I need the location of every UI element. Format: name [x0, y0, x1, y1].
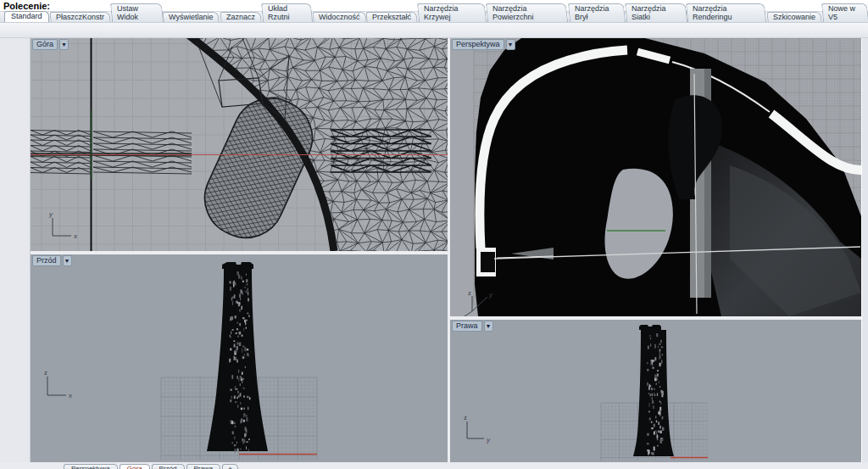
- svg-text:z: z: [464, 414, 467, 422]
- svg-text:y: y: [48, 210, 53, 218]
- svg-text:z: z: [44, 369, 47, 377]
- svg-text:x: x: [74, 232, 77, 240]
- svg-text:y: y: [486, 436, 491, 444]
- svg-text:x: x: [69, 392, 72, 399]
- svg-text:z: z: [468, 289, 471, 297]
